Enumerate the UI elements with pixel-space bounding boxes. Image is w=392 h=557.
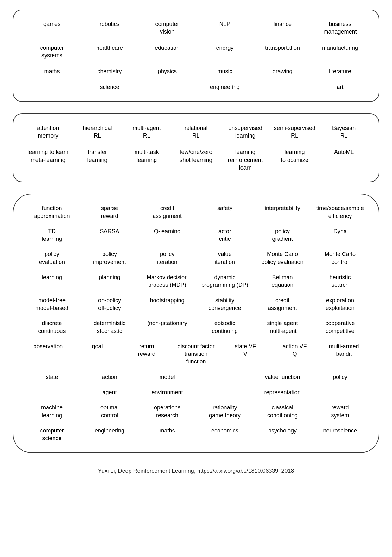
cell-empty2 (140, 82, 194, 92)
cell-energy: energy (198, 43, 252, 61)
cell-engineering: engineering (198, 82, 252, 92)
box-applications: games robotics computervision NLP financ… (13, 10, 379, 102)
cell-multi-task-learning: multi-tasklearning (123, 147, 170, 173)
cell-semi-supervised-rl: semi-supervisedRL (271, 123, 318, 141)
cell-physics: physics (140, 66, 194, 76)
cell-automl: AutoML (320, 147, 367, 173)
cell-games: games (25, 19, 79, 37)
cell-learning-to-learn: learning to learnmeta-learning (25, 147, 72, 173)
cell-chemistry: chemistry (82, 66, 137, 76)
cell-computer-systems: computersystems (25, 43, 79, 61)
cell-nlp: NLP (198, 19, 252, 37)
cell-healthcare: healthcare (82, 43, 137, 61)
box-rl-approaches: attentionmemory hierarchicalRL multi-age… (13, 113, 379, 182)
cell-transportation: transportation (255, 43, 310, 61)
cell-robotics: robotics (82, 19, 137, 37)
cell-manufacturing: manufacturing (313, 43, 367, 61)
cell-attention-memory: attentionmemory (25, 123, 72, 141)
cell-maths: maths (25, 66, 79, 76)
cell-drawing: drawing (255, 66, 310, 76)
cell-relational-rl: relationalRL (173, 123, 219, 141)
cell-learning-to-optimize: learningto optimize (271, 147, 318, 173)
cell-business-management: businessmanagement (313, 19, 367, 37)
cell-literature: literature (313, 66, 367, 76)
cell-education: education (140, 43, 194, 61)
cell-transfer-learning: transferlearning (74, 147, 121, 173)
cell-computer-vision: computervision (140, 19, 194, 37)
cell-science: science (82, 82, 137, 92)
cell-art: art (313, 82, 367, 92)
cell-bayesian-rl: BayesianRL (320, 123, 367, 141)
cell-finance: finance (255, 19, 310, 37)
cell-few-shot-learning: few/one/zeroshot learning (173, 147, 219, 173)
footer-citation: Yuxi Li, Deep Reinforcement Learning, ht… (98, 468, 294, 474)
cell-learning-reinforcement: learningreinforcementlearn (222, 147, 269, 173)
cell-unsupervised-learning: unsupervisedlearning (222, 123, 269, 141)
cell-empty3 (255, 82, 310, 92)
cell-hierarchical-rl: hierarchicalRL (74, 123, 121, 141)
box-rl-concepts: functionapproximationsparserewardcredita… (13, 194, 379, 453)
cell-empty1 (25, 82, 79, 92)
cell-multi-agent-rl: multi-agentRL (123, 123, 170, 141)
cell-music: music (198, 66, 252, 76)
